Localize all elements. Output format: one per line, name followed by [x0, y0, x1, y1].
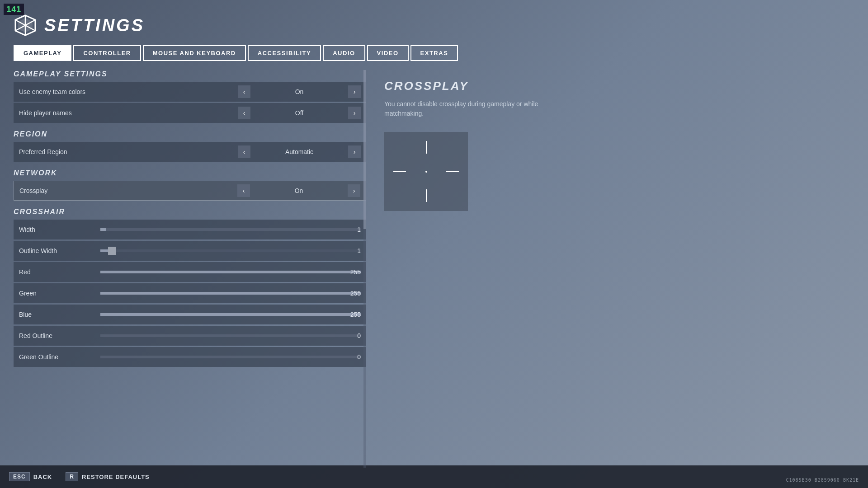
- setting-red-value: 255: [350, 268, 361, 276]
- setting-green-value: 255: [350, 290, 361, 297]
- setting-red-outline-label: Red Outline: [19, 332, 100, 339]
- setting-crossplay-control: ‹ On ›: [237, 184, 360, 197]
- setting-outline-width-value: 1: [357, 247, 361, 254]
- tab-accessibility[interactable]: ACCESSIBILITY: [248, 45, 321, 61]
- crossplay-left-arrow[interactable]: ‹: [237, 184, 250, 197]
- setting-red-outline-value: 0: [357, 332, 361, 339]
- setting-red-outline-track[interactable]: 0: [100, 326, 361, 346]
- crosshair-top-line: [426, 141, 427, 154]
- preferred-region-value: Automatic: [254, 148, 344, 155]
- tab-gameplay[interactable]: GAMEPLAY: [14, 45, 71, 61]
- setting-outline-width: Outline Width 1: [14, 241, 366, 261]
- header: SETTINGS: [14, 9, 854, 37]
- settings-scrollbar[interactable]: [363, 70, 366, 468]
- setting-width-track[interactable]: 1: [100, 220, 361, 239]
- setting-hide-names-control: ‹ Off ›: [238, 107, 361, 119]
- settings-panel: GAMEPLAY SETTINGS Use enemy team colors …: [14, 70, 366, 468]
- tab-audio[interactable]: AUDIO: [323, 45, 365, 61]
- tab-extras[interactable]: EXTRAS: [410, 45, 458, 61]
- section-gameplay-title: GAMEPLAY SETTINGS: [14, 70, 366, 78]
- setting-width: Width 1: [14, 220, 366, 239]
- crosshair-preview: [384, 132, 468, 211]
- crossplay-right-arrow[interactable]: ›: [348, 184, 360, 197]
- page-title: SETTINGS: [44, 16, 145, 35]
- main-layout: GAMEPLAY SETTINGS Use enemy team colors …: [14, 70, 854, 468]
- enemy-colors-right-arrow[interactable]: ›: [348, 85, 361, 98]
- setting-red-track[interactable]: 255: [100, 262, 361, 282]
- section-region-title: REGION: [14, 130, 366, 138]
- tab-video[interactable]: VIDEO: [367, 45, 409, 61]
- setting-green-track[interactable]: 255: [100, 283, 361, 303]
- hide-names-value: Off: [254, 109, 344, 117]
- setting-green-outline: Green Outline 0: [14, 347, 366, 367]
- setting-outline-width-label: Outline Width: [19, 247, 100, 254]
- crossplay-value: On: [254, 187, 344, 194]
- info-panel: CROSSPLAY You cannot disable crossplay d…: [384, 70, 854, 468]
- setting-red: Red 255: [14, 262, 366, 282]
- setting-preferred-region-control: ‹ Automatic ›: [238, 145, 361, 158]
- crosshair-center-dot: [425, 171, 427, 173]
- setting-width-value: 1: [357, 226, 361, 233]
- setting-preferred-region: Preferred Region ‹ Automatic ›: [14, 142, 366, 162]
- setting-enemy-colors: Use enemy team colors ‹ On ›: [14, 82, 366, 102]
- setting-blue-label: Blue: [19, 311, 100, 318]
- setting-red-outline: Red Outline 0: [14, 326, 366, 346]
- hide-names-right-arrow[interactable]: ›: [348, 107, 361, 119]
- setting-enemy-colors-label: Use enemy team colors: [19, 88, 238, 95]
- setting-hide-names-label: Hide player names: [19, 109, 238, 117]
- setting-green-label: Green: [19, 290, 100, 297]
- hide-names-left-arrow[interactable]: ‹: [238, 107, 250, 119]
- setting-enemy-colors-control: ‹ On ›: [238, 85, 361, 98]
- setting-green-outline-track[interactable]: 0: [100, 347, 361, 367]
- tab-bar: GAMEPLAY CONTROLLER MOUSE AND KEYBOARD A…: [14, 45, 854, 61]
- crosshair-bottom-line: [426, 189, 427, 202]
- preferred-region-right-arrow[interactable]: ›: [348, 145, 361, 158]
- setting-green-outline-label: Green Outline: [19, 353, 100, 361]
- info-description: You cannot disable crossplay during game…: [384, 99, 574, 118]
- logo-icon: [14, 14, 37, 37]
- scrollbar-thumb[interactable]: [363, 70, 366, 229]
- crosshair-left-line: [393, 171, 406, 172]
- preferred-region-left-arrow[interactable]: ‹: [238, 145, 250, 158]
- setting-width-label: Width: [19, 226, 100, 233]
- section-network-title: NETWORK: [14, 169, 366, 177]
- frame-counter: 141: [4, 4, 24, 15]
- setting-crossplay: Crossplay ‹ On ›: [14, 181, 366, 201]
- crosshair-right-line: [446, 171, 459, 172]
- setting-red-label: Red: [19, 268, 100, 276]
- setting-blue: Blue 255: [14, 305, 366, 324]
- setting-blue-track[interactable]: 255: [100, 305, 361, 324]
- enemy-colors-value: On: [254, 88, 344, 95]
- setting-crossplay-label: Crossplay: [19, 187, 237, 194]
- setting-blue-value: 255: [350, 311, 361, 318]
- setting-hide-names: Hide player names ‹ Off ›: [14, 103, 366, 123]
- setting-green-outline-value: 0: [357, 353, 361, 361]
- setting-outline-width-track[interactable]: 1: [100, 241, 361, 261]
- enemy-colors-left-arrow[interactable]: ‹: [238, 85, 250, 98]
- setting-green: Green 255: [14, 283, 366, 303]
- tab-controller[interactable]: CONTROLLER: [73, 45, 141, 61]
- info-title: CROSSPLAY: [384, 79, 854, 93]
- tab-mouse-keyboard[interactable]: MOUSE AND KEYBOARD: [143, 45, 246, 61]
- setting-preferred-region-label: Preferred Region: [19, 148, 238, 155]
- section-crosshair-title: CROSSHAIR: [14, 208, 366, 216]
